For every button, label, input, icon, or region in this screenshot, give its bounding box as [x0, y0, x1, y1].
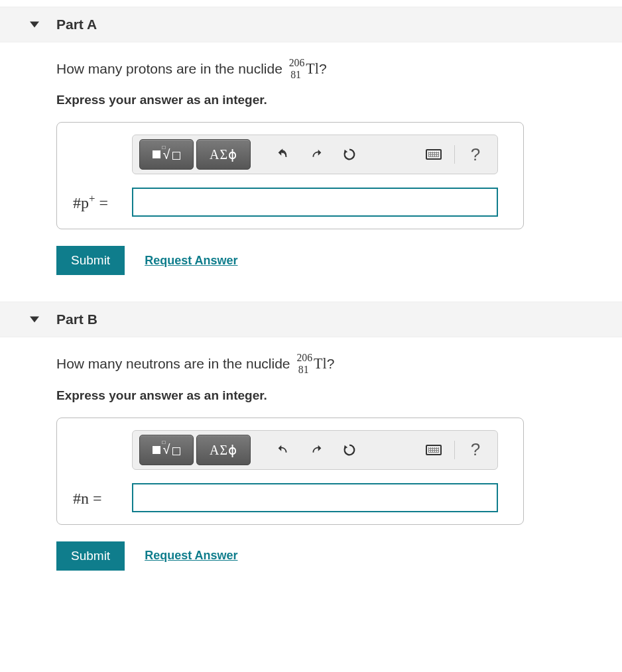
greek-symbols-button[interactable]: ΑΣϕ: [196, 139, 251, 170]
label-eq: =: [95, 194, 108, 211]
greek-symbols-button[interactable]: ΑΣϕ: [196, 435, 251, 465]
question-text: How many neutrons are in the nuclide: [56, 356, 294, 371]
part-b-body: How many neutrons are in the nuclide 206…: [0, 337, 557, 570]
toolbar-separator: [454, 441, 455, 459]
math-templates-button[interactable]: √: [139, 435, 194, 465]
answer-label: #p+ =: [69, 192, 132, 212]
request-answer-link[interactable]: Request Answer: [145, 549, 237, 563]
question-text: How many protons are in the nuclide: [56, 61, 286, 76]
request-answer-link[interactable]: Request Answer: [145, 254, 237, 268]
answer-input[interactable]: [132, 188, 498, 217]
element-symbol: Tl: [314, 355, 327, 372]
redo-button[interactable]: [301, 139, 332, 170]
root-box-icon: [172, 152, 180, 160]
undo-button[interactable]: [268, 139, 298, 170]
part-b-answer-box: √ ΑΣϕ ?: [56, 418, 524, 525]
part-a-question: How many protons are in the nuclide 206 …: [56, 59, 557, 78]
part-b-question: How many neutrons are in the nuclide 206…: [56, 354, 557, 373]
root-box-icon: [172, 447, 180, 455]
part-a-answer-box: √ ΑΣϕ ?: [56, 122, 524, 229]
submit-button[interactable]: Submit: [56, 246, 125, 275]
mass-number: 206: [296, 352, 312, 363]
redo-icon: [309, 147, 324, 162]
part-a-instruction: Express your answer as an integer.: [56, 93, 557, 107]
part-b-instruction: Express your answer as an integer.: [56, 388, 557, 403]
part-b: Part B How many neutrons are in the nucl…: [0, 302, 622, 570]
label-prefix: #n: [73, 490, 89, 507]
atomic-number: 81: [290, 69, 301, 80]
part-b-actions: Submit Request Answer: [56, 541, 557, 571]
root-icon: √: [163, 147, 170, 162]
toolbar-separator: [454, 145, 455, 164]
nuclide-notation: 206 81 Tl: [288, 62, 319, 76]
part-a-title: Part A: [56, 17, 97, 32]
part-b-header[interactable]: Part B: [0, 302, 622, 337]
element-symbol: Tl: [306, 60, 319, 77]
question-suffix: ?: [319, 61, 327, 76]
square-icon: [153, 446, 160, 454]
keyboard-button[interactable]: [418, 435, 449, 465]
caret-down-icon: [30, 22, 39, 28]
keyboard-button[interactable]: [418, 139, 449, 170]
root-icon: √: [163, 442, 170, 457]
part-a-body: How many protons are in the nuclide 206 …: [0, 42, 557, 275]
equation-toolbar: √ ΑΣϕ ?: [132, 135, 498, 174]
reset-button[interactable]: [334, 139, 365, 170]
answer-row: #p+ =: [69, 188, 511, 217]
part-a: Part A How many protons are in the nucli…: [0, 7, 622, 275]
undo-icon: [276, 147, 290, 162]
label-eq: =: [89, 490, 102, 507]
reset-icon: [342, 443, 357, 457]
caret-down-icon: [30, 317, 39, 323]
question-suffix: ?: [327, 356, 335, 371]
undo-button[interactable]: [268, 435, 298, 465]
help-button[interactable]: ?: [460, 139, 491, 170]
answer-input[interactable]: [132, 483, 498, 512]
equation-toolbar: √ ΑΣϕ ?: [132, 430, 498, 470]
math-templates-button[interactable]: √: [139, 139, 194, 170]
part-a-header[interactable]: Part A: [0, 7, 622, 42]
redo-icon: [309, 443, 324, 457]
answer-row: #n =: [69, 483, 511, 512]
keyboard-icon: [426, 445, 442, 455]
nuclide-notation: 206 81 Tl: [295, 357, 326, 371]
undo-icon: [276, 443, 290, 457]
mass-number: 206: [289, 57, 305, 68]
reset-button[interactable]: [334, 435, 365, 465]
atomic-number: 81: [298, 364, 309, 375]
part-a-actions: Submit Request Answer: [56, 246, 557, 275]
help-button[interactable]: ?: [460, 435, 491, 465]
label-prefix: #p: [73, 194, 89, 211]
part-b-title: Part B: [56, 311, 97, 327]
keyboard-icon: [426, 149, 442, 160]
answer-label: #n =: [69, 488, 132, 508]
reset-icon: [342, 147, 357, 162]
square-icon: [153, 150, 160, 158]
submit-button[interactable]: Submit: [56, 541, 125, 571]
redo-button[interactable]: [301, 435, 332, 465]
